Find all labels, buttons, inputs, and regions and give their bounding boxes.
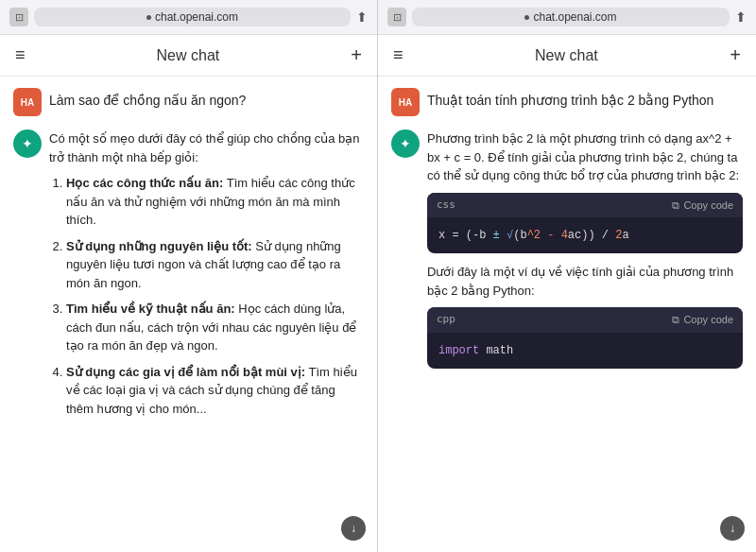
list-item-bold: Tìm hiểu về kỹ thuật nấu ăn: <box>66 302 235 316</box>
left-tab-icon: ⊡ <box>9 8 28 26</box>
copy-icon-1: ⧉ <box>672 198 679 214</box>
left-ai-message: ✦ Có một số mẹo dưới đây có thể giúp cho… <box>13 129 364 425</box>
list-item: Sử dụng các gia vị để làm nổi bật mùi vị… <box>66 363 364 419</box>
right-user-message: HA Thuật toán tính phương trình bậc 2 bằ… <box>391 88 743 116</box>
right-copy-button-1[interactable]: ⧉ Copy code <box>672 198 733 214</box>
right-scroll-down-icon: ↓ <box>730 522 735 535</box>
right-share-icon[interactable]: ⬆ <box>735 9 747 25</box>
right-ai-message: ✦ Phương trình bậc 2 là một phương trình… <box>391 129 743 376</box>
right-scroll-down-button[interactable]: ↓ <box>720 516 745 541</box>
left-url-bar[interactable]: chat.openai.com <box>34 8 351 26</box>
right-panel: ⊡ chat.openai.com ⬆ ≡ New chat + HA Thuậ… <box>378 0 756 552</box>
left-user-avatar: HA <box>13 88 42 116</box>
copy-label-2: Copy code <box>683 312 733 328</box>
list-item: Tìm hiểu về kỹ thuật nấu ăn: Học cách dù… <box>66 300 364 355</box>
right-tab-icon: ⊡ <box>387 8 406 26</box>
right-copy-button-2[interactable]: ⧉ Copy code <box>672 312 733 328</box>
right-browser-bar: ⊡ chat.openai.com ⬆ <box>378 0 756 35</box>
left-user-message: HA Làm sao để chồng nấu ăn ngon? <box>13 88 364 116</box>
right-code-content-2: import math <box>427 333 743 369</box>
copy-icon-2: ⧉ <box>672 312 679 328</box>
right-user-avatar: HA <box>391 88 420 116</box>
left-share-icon[interactable]: ⬆ <box>356 9 368 25</box>
right-menu-icon[interactable]: ≡ <box>393 45 404 65</box>
left-browser-bar: ⊡ chat.openai.com ⬆ <box>0 0 377 35</box>
right-new-chat-button[interactable]: + <box>730 44 741 66</box>
left-menu-icon[interactable]: ≡ <box>15 45 26 65</box>
left-ai-list: Học các công thức nấu ăn: Tìm hiểu các c… <box>49 174 364 418</box>
left-user-query: Làm sao để chồng nấu ăn ngon? <box>49 88 246 111</box>
left-chat-header: ≡ New chat + <box>0 35 377 77</box>
right-code-block-1: css ⧉ Copy code x = (-b ± √(b^2 - 4ac)) … <box>427 193 743 254</box>
right-chat-title: New chat <box>535 47 598 64</box>
list-item: Sử dụng những nguyên liệu tốt: Sử dụng n… <box>66 237 364 293</box>
right-ai-text: Phương trình bậc 2 là một phương trình c… <box>427 129 743 376</box>
left-ai-avatar: ✦ <box>13 129 42 158</box>
list-item: Học các công thức nấu ăn: Tìm hiểu các c… <box>66 174 364 230</box>
left-ai-text: Có một số mẹo dưới đây có thể giúp cho c… <box>49 129 364 425</box>
left-panel: ⊡ chat.openai.com ⬆ ≡ New chat + HA Làm … <box>0 0 378 552</box>
list-item-bold: Sử dụng các gia vị để làm nổi bật mùi vị… <box>66 365 305 379</box>
left-lock-icon <box>146 15 151 20</box>
left-ai-intro: Có một số mẹo dưới đây có thể giúp cho c… <box>49 129 364 166</box>
right-chat-header: ≡ New chat + <box>378 35 756 77</box>
right-user-query: Thuật toán tính phương trình bậc 2 bằng … <box>427 88 713 111</box>
right-chat-area-wrap: HA Thuật toán tính phương trình bậc 2 bằ… <box>378 77 756 552</box>
left-scroll-down-button[interactable]: ↓ <box>341 516 366 541</box>
list-item-bold: Học các công thức nấu ăn: <box>66 176 223 190</box>
right-ai-avatar: ✦ <box>391 129 420 158</box>
left-chat-area-wrap: HA Làm sao để chồng nấu ăn ngon? ✦ Có mộ… <box>0 77 377 552</box>
list-item-bold: Sử dụng những nguyên liệu tốt: <box>66 239 252 253</box>
right-code-header-1: css ⧉ Copy code <box>427 193 743 218</box>
right-code-content-1: x = (-b ± √(b^2 - 4ac)) / 2a <box>427 217 743 253</box>
right-lock-icon <box>524 15 529 20</box>
right-code-header-2: cpp ⧉ Copy code <box>427 307 743 333</box>
right-code-lang-1: css <box>437 198 455 214</box>
left-new-chat-button[interactable]: + <box>351 44 362 66</box>
right-code-block-2: cpp ⧉ Copy code import math <box>427 307 743 369</box>
left-chat-area[interactable]: HA Làm sao để chồng nấu ăn ngon? ✦ Có mộ… <box>0 77 377 552</box>
left-chat-title: New chat <box>157 47 220 64</box>
right-ai-intro: Phương trình bậc 2 là một phương trình c… <box>427 129 743 185</box>
right-mid-text: Dưới đây là một ví dụ về việc tính giải … <box>427 263 743 300</box>
scroll-down-icon: ↓ <box>351 522 356 535</box>
copy-label-1: Copy code <box>683 198 733 214</box>
right-code-lang-2: cpp <box>437 312 455 328</box>
right-chat-area[interactable]: HA Thuật toán tính phương trình bậc 2 bằ… <box>378 77 756 552</box>
right-url-bar[interactable]: chat.openai.com <box>412 8 730 26</box>
